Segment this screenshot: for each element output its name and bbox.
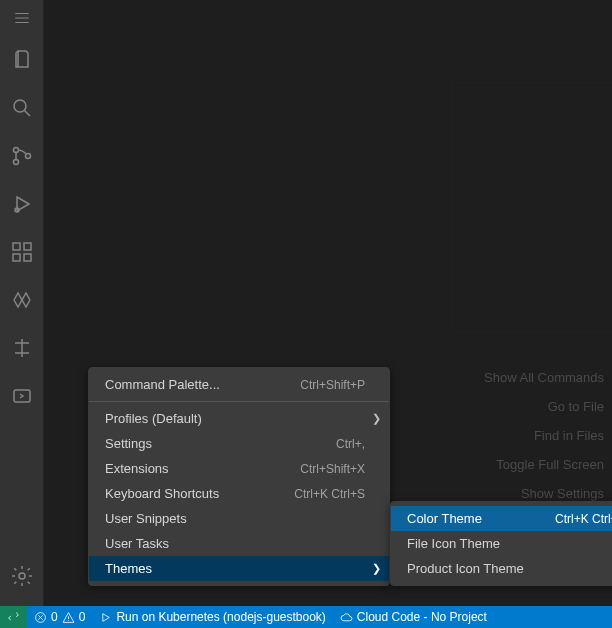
editor-area: Show All Commands Go to File Find in Fil… [44,0,612,606]
status-text: Run on Kubernetes (nodejs-guestbook) [116,610,325,624]
activity-item-icon[interactable] [0,372,44,420]
vscode-watermark-icon [452,82,612,332]
menu-shortcut: Ctrl+Shift+X [300,462,365,476]
welcome-hints: Show All Commands Go to File Find in Fil… [484,370,604,501]
menu-label: Command Palette... [105,377,220,392]
svg-rect-8 [24,243,31,250]
svg-point-10 [19,573,25,579]
run-debug-icon[interactable] [0,180,44,228]
menu-label: Color Theme [407,511,482,526]
menu-item-settings[interactable]: Settings Ctrl+, [89,431,389,456]
menu-label: File Icon Theme [407,536,500,551]
explorer-icon[interactable] [0,36,44,84]
menu-shortcut: Ctrl+, [336,437,365,451]
activity-item-icon[interactable] [0,324,44,372]
activity-bar [0,0,44,606]
hint-go-to-file: Go to File [484,399,604,414]
status-text: Cloud Code - No Project [357,610,487,624]
menu-shortcut: Ctrl+K Ctrl+S [294,487,365,501]
menu-shortcut: Ctrl+K Ctrl+T [555,512,612,526]
source-control-icon[interactable] [0,132,44,180]
menu-item-user-snippets[interactable]: User Snippets [89,506,389,531]
hint-toggle-fullscreen: Toggle Full Screen [484,457,604,472]
menu-item-profiles[interactable]: Profiles (Default) ❯ [89,406,389,431]
settings-gear-icon[interactable] [0,552,44,600]
status-bar: 0 0 Run on Kubernetes (nodejs-guestbook)… [0,606,612,628]
themes-submenu: Color Theme Ctrl+K Ctrl+T File Icon Them… [390,501,612,586]
warning-count: 0 [79,610,86,624]
svg-rect-5 [13,243,20,250]
status-run-kubernetes[interactable]: Run on Kubernetes (nodejs-guestbook) [92,606,332,628]
menu-item-color-theme[interactable]: Color Theme Ctrl+K Ctrl+T [391,506,612,531]
menu-label: Extensions [105,461,169,476]
menu-label: Product Icon Theme [407,561,524,576]
activity-item-icon[interactable] [0,276,44,324]
extensions-icon[interactable] [0,228,44,276]
hint-show-commands: Show All Commands [484,370,604,385]
error-count: 0 [51,610,58,624]
menu-item-command-palette[interactable]: Command Palette... Ctrl+Shift+P [89,372,389,397]
menu-label: User Snippets [105,511,187,526]
menu-label: User Tasks [105,536,169,551]
menu-label: Settings [105,436,152,451]
svg-rect-7 [24,254,31,261]
menu-item-themes[interactable]: Themes ❯ [89,556,389,581]
menu-label: Profiles (Default) [105,411,202,426]
menu-shortcut: Ctrl+Shift+P [300,378,365,392]
menu-item-user-tasks[interactable]: User Tasks [89,531,389,556]
remote-indicator[interactable] [0,606,27,628]
svg-point-3 [25,154,30,159]
gear-context-menu: Command Palette... Ctrl+Shift+P Profiles… [88,367,390,586]
cloud-icon [340,611,353,624]
menu-item-extensions[interactable]: Extensions Ctrl+Shift+X [89,456,389,481]
app-menu-icon[interactable] [0,0,44,36]
hint-find-in-files: Find in Files [484,428,604,443]
error-icon [34,611,47,624]
svg-point-1 [13,148,18,153]
menu-item-file-icon-theme[interactable]: File Icon Theme [391,531,612,556]
status-problems[interactable]: 0 0 [27,606,92,628]
menu-item-keyboard-shortcuts[interactable]: Keyboard Shortcuts Ctrl+K Ctrl+S [89,481,389,506]
svg-point-2 [13,160,18,165]
debug-alt-icon [99,611,112,624]
menu-item-product-icon-theme[interactable]: Product Icon Theme [391,556,612,581]
warning-icon [62,611,75,624]
svg-point-0 [14,100,26,112]
menu-label: Themes [105,561,152,576]
svg-rect-6 [13,254,20,261]
status-cloud-code[interactable]: Cloud Code - No Project [333,606,494,628]
search-icon[interactable] [0,84,44,132]
menu-separator [89,401,389,402]
chevron-right-icon: ❯ [372,562,381,575]
menu-label: Keyboard Shortcuts [105,486,219,501]
chevron-right-icon: ❯ [372,412,381,425]
hint-show-settings: Show Settings [484,486,604,501]
